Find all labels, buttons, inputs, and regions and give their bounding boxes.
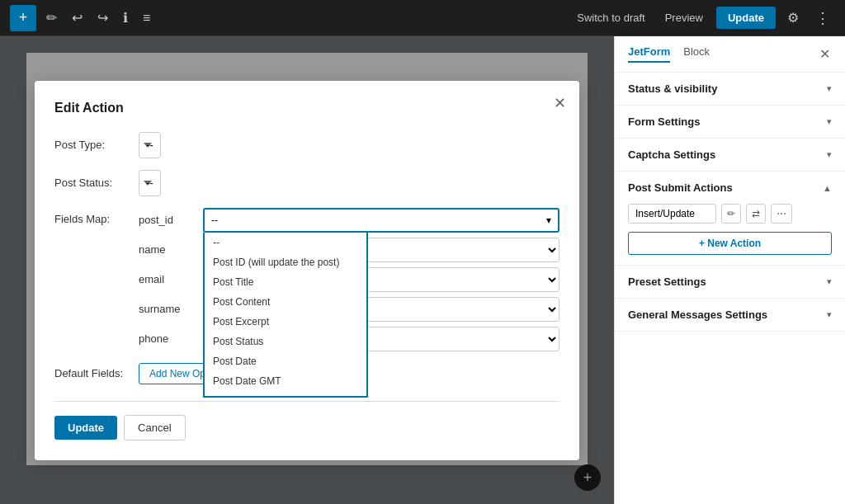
sidebar-section-status: Status & visibility ▾: [615, 73, 845, 106]
general-messages-chevron-icon: ▾: [827, 309, 832, 320]
dropdown-value: --: [211, 214, 218, 226]
switch-draft-button[interactable]: Switch to draft: [570, 8, 651, 27]
action-type-select[interactable]: Insert/Update Send Email Webhook: [628, 204, 716, 224]
sidebar-section-captcha: Captcha Settings ▾: [615, 139, 845, 172]
menu-button[interactable]: ≡: [138, 7, 155, 29]
add-button[interactable]: +: [10, 5, 36, 31]
modal-update-button[interactable]: Update: [54, 416, 117, 440]
sidebar-section-post-submit: Post Submit Actions ▲ Insert/Update Send…: [615, 172, 845, 266]
fields-map-content: post_id -- ▾ -- Post ID (will update the…: [139, 208, 559, 351]
form-settings-title: Form Settings: [628, 115, 700, 128]
editor-area: Test F Hidden Fie... Name Email Submit E…: [0, 36, 614, 504]
dropdown-trigger[interactable]: -- ▾: [203, 208, 559, 233]
field-name-surname: surname: [139, 303, 196, 315]
sidebar-tabs: JetForm Block: [628, 45, 710, 63]
post-submit-title: Post Submit Actions: [628, 181, 733, 194]
sidebar-section-general-messages: General Messages Settings ▾: [615, 299, 845, 332]
field-name-post-id: post_id: [139, 214, 196, 226]
action-controls: Insert/Update Send Email Webhook ✏ ⇄ ⋯: [628, 204, 832, 224]
dropdown-item-post-title[interactable]: Post Title: [205, 272, 366, 292]
preset-settings-title: Preset Settings: [628, 276, 706, 288]
dropdown-open-wrapper: -- ▾ -- Post ID (will update the post) P…: [203, 208, 559, 233]
sidebar-close-button[interactable]: ✕: [818, 45, 832, 64]
dropdown-item-post-excerpt[interactable]: Post Excerpt: [205, 312, 366, 332]
undo-button[interactable]: ↩: [67, 7, 87, 29]
modal-footer: Update Cancel: [54, 412, 559, 440]
fields-map-row-post-id: post_id -- ▾ -- Post ID (will update the…: [139, 208, 559, 233]
preset-settings-header[interactable]: Preset Settings ▾: [628, 276, 832, 288]
dropdown-item-post-id[interactable]: Post ID (will update the post): [205, 252, 366, 272]
dropdown-item-blank[interactable]: --: [205, 233, 366, 252]
general-messages-header[interactable]: General Messages Settings ▾: [628, 309, 832, 321]
post-status-select[interactable]: --: [139, 170, 161, 196]
toolbar-left: + ✏ ↩ ↪ ℹ ≡: [10, 5, 155, 31]
dropdown-item-post-thumbnail[interactable]: Post Thumbnail: [205, 391, 366, 398]
post-submit-chevron-icon[interactable]: ▲: [823, 183, 832, 193]
fields-map-area: Fields Map: post_id -- ▾: [54, 208, 559, 351]
post-status-row: Post Status: --: [54, 170, 559, 196]
field-name-email: email: [139, 273, 196, 285]
form-settings-header[interactable]: Form Settings ▾: [628, 115, 832, 128]
tab-block[interactable]: Block: [683, 45, 710, 63]
update-button[interactable]: Update: [716, 7, 776, 29]
modal-cancel-button[interactable]: Cancel: [124, 415, 185, 440]
preset-settings-chevron-icon: ▾: [827, 276, 832, 287]
dropdown-chevron-icon: ▾: [546, 214, 551, 226]
dropdown-item-post-content[interactable]: Post Content: [205, 292, 366, 312]
preview-button[interactable]: Preview: [659, 8, 710, 27]
edit-action-modal: Edit Action ✕ Post Type: -- Post Status:: [35, 81, 579, 460]
sidebar-section-preset: Preset Settings ▾: [615, 266, 845, 299]
post-type-row: Post Type: --: [54, 132, 559, 158]
modal-title: Edit Action: [54, 101, 559, 115]
sidebar: JetForm Block ✕ Status & visibility ▾ Fo…: [614, 36, 845, 504]
general-messages-title: General Messages Settings: [628, 309, 767, 321]
post-status-label: Post Status:: [54, 177, 129, 189]
dropdown-item-post-status[interactable]: Post Status: [205, 332, 366, 351]
tab-jetform[interactable]: JetForm: [628, 45, 670, 63]
status-visibility-title: Status & visibility: [628, 82, 717, 95]
dropdown-list: -- Post ID (will update the post) Post T…: [203, 233, 368, 398]
action-select-wrap: Insert/Update Send Email Webhook: [628, 204, 716, 224]
captcha-settings-header[interactable]: Captcha Settings ▾: [628, 148, 832, 161]
fields-map-label: Fields Map:: [54, 208, 129, 225]
new-action-button[interactable]: + New Action: [628, 232, 832, 255]
dropdown-item-post-date-gmt[interactable]: Post Date GMT: [205, 371, 366, 391]
post-type-label: Post Type:: [54, 139, 129, 151]
default-fields-label: Default Fields:: [54, 367, 129, 379]
status-visibility-chevron-icon: ▾: [827, 83, 832, 94]
edit-action-icon-button[interactable]: ✏: [721, 204, 741, 224]
field-name-phone: phone: [139, 332, 196, 345]
info-button[interactable]: ℹ: [118, 7, 133, 29]
copy-action-icon-button[interactable]: ⇄: [746, 204, 766, 224]
dropdown-item-post-date[interactable]: Post Date: [205, 351, 366, 371]
main-layout: Test F Hidden Fie... Name Email Submit E…: [0, 36, 845, 504]
more-action-icon-button[interactable]: ⋯: [771, 204, 792, 224]
field-name-name: name: [139, 243, 196, 256]
post-status-select-wrapper: --: [139, 170, 559, 196]
top-toolbar: + ✏ ↩ ↪ ℹ ≡ Switch to draft Preview Upda…: [0, 0, 845, 36]
redo-button[interactable]: ↪: [92, 7, 113, 29]
fields-map-rows: post_id -- ▾ -- Post ID (will update the…: [139, 208, 559, 351]
captcha-settings-title: Captcha Settings: [628, 148, 715, 161]
modal-overlay: Edit Action ✕ Post Type: -- Post Status:: [0, 36, 614, 504]
sidebar-header: JetForm Block ✕: [615, 36, 845, 73]
toolbar-right: Switch to draft Preview Update ⚙ ⋮: [570, 6, 835, 31]
post-type-select[interactable]: --: [139, 132, 161, 158]
sidebar-section-form-settings: Form Settings ▾: [615, 106, 845, 139]
settings-gear-button[interactable]: ⚙: [782, 7, 804, 29]
form-settings-chevron-icon: ▾: [827, 116, 832, 127]
divider: [54, 401, 559, 402]
options-dots-button[interactable]: ⋮: [810, 6, 835, 31]
status-visibility-header[interactable]: Status & visibility ▾: [628, 82, 832, 95]
pen-icon-button[interactable]: ✏: [41, 7, 62, 29]
captcha-settings-chevron-icon: ▾: [827, 149, 832, 160]
post-type-select-wrapper: --: [139, 132, 559, 158]
modal-close-button[interactable]: ✕: [554, 94, 566, 112]
post-submit-header: Post Submit Actions ▲: [628, 181, 832, 194]
